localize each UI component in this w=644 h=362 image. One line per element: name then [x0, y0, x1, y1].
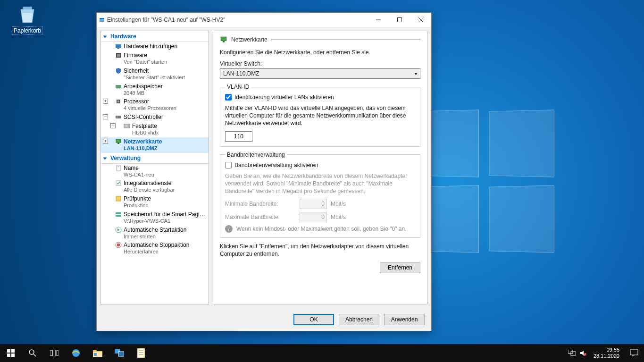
harddisk-icon [124, 123, 130, 129]
tree-section-management[interactable]: Verwaltung [101, 153, 209, 164]
hyperv-manager-icon [115, 349, 124, 357]
network-tray-icon[interactable] [568, 350, 576, 356]
tree-item-harddisk[interactable]: + Festplatte HDD0.vhdx [101, 122, 209, 137]
expander-icon[interactable]: − [103, 114, 108, 119]
recycle-bin-icon [16, 3, 39, 25]
tree-item-autostart[interactable]: Automatische Startaktion Immer starten [101, 226, 209, 241]
bandwidth-enable-checkbox-row[interactable]: Bandbreitenverwaltung aktivieren [225, 162, 415, 168]
vlan-enable-label: Identifizierung virtueller LANs aktivier… [234, 94, 334, 101]
tree-item-scsi[interactable]: − SCSI-Controller [101, 113, 209, 122]
taskbar-clock[interactable]: 09:55 28.11.2020 [589, 347, 624, 359]
max-bandwidth-input [300, 212, 327, 222]
svg-rect-32 [221, 37, 226, 41]
expander-icon[interactable]: + [110, 123, 116, 128]
tree-item-memory[interactable]: Arbeitsspeicher 2048 MB [101, 82, 209, 98]
stop-icon [115, 242, 122, 248]
vlan-enable-checkbox[interactable] [225, 94, 232, 101]
recycle-bin-label: Papierkorb [12, 26, 43, 35]
svg-rect-27 [116, 212, 121, 214]
tree-item-network[interactable]: + Netzwerkkarte LAN-110,DMZ [101, 137, 209, 153]
svg-rect-11 [116, 85, 121, 88]
vlan-fieldset: VLAN-ID Identifizierung virtueller LANs … [220, 84, 420, 147]
tree-item-add-hardware[interactable]: Hardware hinzufügen [101, 42, 209, 51]
taskbar-app-explorer[interactable] [87, 344, 109, 362]
svg-rect-34 [7, 349, 10, 353]
vlan-enable-checkbox-row[interactable]: Identifizierung virtueller LANs aktivier… [225, 94, 415, 101]
search-button[interactable] [22, 344, 43, 362]
vswitch-label: Virtueller Switch: [220, 60, 420, 67]
volume-tray-icon[interactable] [579, 350, 587, 356]
services-icon [115, 180, 122, 186]
action-center-button[interactable] [624, 344, 644, 362]
svg-rect-4 [397, 18, 401, 22]
close-button[interactable] [410, 13, 431, 26]
panel-title: Netzwerkkarte [231, 36, 268, 43]
recycle-bin-desktop-icon[interactable]: Papierkorb [7, 3, 48, 35]
tree-item-firmware[interactable]: Firmware Von "Datei" starten [101, 51, 209, 67]
svg-rect-22 [117, 143, 119, 144]
svg-point-18 [117, 117, 117, 118]
tree-item-autostop[interactable]: Automatische Stoppaktion Herunterfahren [101, 241, 209, 256]
cancel-button[interactable]: Abbrechen [339, 314, 379, 325]
network-adapter-icon [115, 138, 122, 145]
taskbar-app-hyperv[interactable] [109, 344, 130, 362]
bandwidth-fieldset: Bandbreitenverwaltung Bandbreitenverwalt… [220, 152, 420, 238]
svg-rect-35 [11, 349, 15, 353]
tree-item-security[interactable]: Sicherheit "Sicherer Start" ist aktivier… [101, 67, 209, 82]
svg-rect-33 [223, 41, 225, 42]
apply-button[interactable]: Anwenden [384, 314, 425, 325]
ok-button[interactable]: OK [293, 314, 334, 325]
tree-item-integration[interactable]: Integrationsdienste Alle Dienste verfügb… [101, 179, 209, 194]
svg-line-39 [33, 354, 36, 356]
internet-explorer-icon [71, 348, 81, 358]
cpu-icon [115, 98, 122, 105]
svg-rect-8 [117, 48, 119, 49]
add-hardware-icon [115, 43, 122, 50]
panel-description: Konfigurieren Sie die Netzwerkkarte, ode… [220, 49, 420, 56]
tree-section-hardware[interactable]: Hardware [101, 31, 209, 42]
tree-item-checkpoints[interactable]: Prüfpunkte Produktion [101, 194, 209, 210]
taskbar-app-ie[interactable] [65, 344, 87, 362]
minimize-button[interactable] [368, 13, 389, 26]
memory-icon [115, 83, 122, 90]
vlan-legend: VLAN-ID [225, 84, 251, 90]
start-button[interactable] [0, 344, 22, 362]
svg-rect-23 [117, 165, 120, 171]
maximize-button[interactable] [389, 13, 410, 26]
vlan-id-input[interactable] [225, 131, 252, 142]
virtual-switch-dropdown[interactable]: LAN-110,DMZ ▾ [220, 68, 420, 79]
remove-button[interactable]: Entfernen [380, 262, 420, 273]
task-view-icon [50, 350, 59, 356]
svg-rect-17 [116, 116, 121, 118]
info-icon: i [225, 225, 233, 233]
bandwidth-hint: Geben Sie an, wie die Netzwerkbandbreite… [225, 172, 415, 195]
settings-tree[interactable]: Hardware Hardware hinzufügen Firmware Vo… [100, 31, 209, 304]
task-view-button[interactable] [43, 344, 65, 362]
remove-description: Klicken Sie auf "Entfernen", um den Netz… [220, 243, 420, 258]
expander-icon[interactable]: + [103, 139, 108, 144]
bandwidth-enable-checkbox[interactable] [225, 162, 232, 168]
system-tray[interactable] [568, 350, 589, 356]
vlan-hint: Mithilfe der VLAN-ID wird das virtuelle … [225, 104, 415, 127]
tree-item-processor[interactable]: + Prozessor 4 virtuelle Prozessoren [101, 97, 209, 113]
expander-icon[interactable]: + [103, 99, 108, 104]
svg-rect-57 [630, 350, 638, 355]
svg-rect-41 [53, 350, 56, 356]
svg-point-20 [128, 126, 129, 126]
bandwidth-enable-label: Bandbreitenverwaltung aktivieren [234, 162, 318, 168]
titlebar[interactable]: Einstellungen für "WS-CA1-neu" auf "WS-H… [97, 13, 431, 27]
svg-rect-0 [23, 7, 32, 9]
max-bandwidth-unit: Mbit/s [331, 214, 346, 220]
document-icon [115, 165, 122, 171]
settings-window: Einstellungen für "WS-CA1-neu" auf "WS-H… [96, 12, 432, 331]
tree-item-smartpaging[interactable]: Speicherort für die Smart Paging-D… V:\H… [101, 210, 209, 226]
tree-item-name[interactable]: Name WS-CA1-neu [101, 164, 209, 179]
bandwidth-legend: Bandbreitenverwaltung [225, 152, 287, 158]
network-adapter-icon [220, 36, 227, 43]
taskbar[interactable]: 09:55 28.11.2020 [0, 344, 644, 362]
taskbar-app-notepad[interactable] [130, 344, 152, 362]
svg-rect-10 [117, 54, 120, 57]
vswitch-selected-value: LAN-110,DMZ [223, 70, 259, 77]
svg-rect-7 [116, 44, 121, 48]
file-explorer-icon [93, 349, 102, 357]
